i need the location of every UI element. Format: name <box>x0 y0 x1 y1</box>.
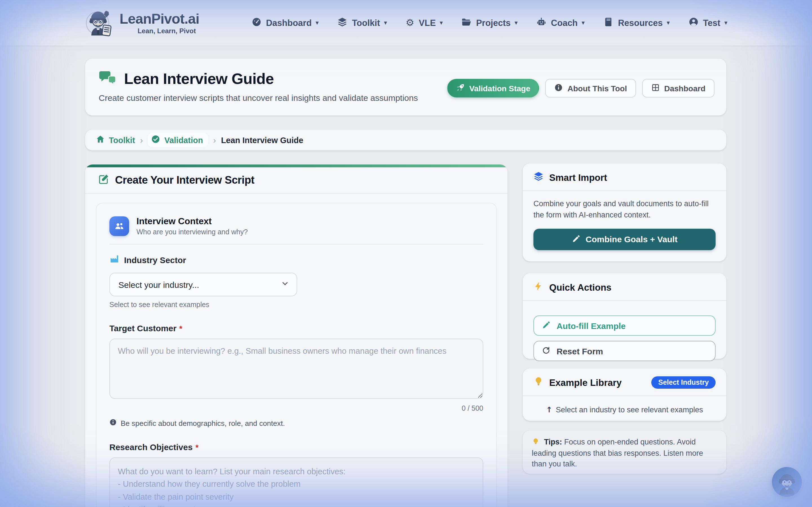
example-library-empty-text: Select an industry to see relevant examp… <box>556 405 703 414</box>
mascot-logo-icon <box>84 6 114 40</box>
validation-stage-badge[interactable]: Validation Stage <box>447 79 539 98</box>
chevron-down-icon: ▾ <box>315 19 319 26</box>
smart-import-card: Smart Import Combine your goals and vaul… <box>523 163 726 262</box>
chevron-down-icon: ▾ <box>384 19 387 26</box>
about-tool-button[interactable]: About This Tool <box>546 79 636 98</box>
quick-actions-title: Quick Actions <box>549 282 716 293</box>
top-navbar: LeanPivot.ai Lean, Learn, Pivot Dashboar… <box>0 0 812 46</box>
tool-header-card: Lean Interview Guide Create customer int… <box>85 59 726 115</box>
section-title: Interview Context <box>137 216 248 226</box>
divider <box>109 244 483 244</box>
pencil-icon <box>542 321 550 331</box>
chat-assistant-button[interactable] <box>772 467 802 497</box>
smart-import-description: Combine your goals and vault documents t… <box>534 198 716 221</box>
home-icon <box>96 135 105 145</box>
interview-script-form-card: Create Your Interview Script Interview C… <box>85 165 507 507</box>
smart-import-title: Smart Import <box>549 172 716 183</box>
industry-helper-text: Select to see relevant examples <box>109 301 483 309</box>
lightbulb-icon <box>534 376 544 389</box>
refresh-icon <box>542 346 550 356</box>
target-customer-counter: 0 / 500 <box>109 404 483 412</box>
robot-icon <box>536 17 546 29</box>
autofill-example-button[interactable]: Auto-fill Example <box>534 316 716 336</box>
layers-icon <box>534 171 544 184</box>
target-customer-label: Target Customer <box>109 323 176 333</box>
research-objectives-input[interactable] <box>109 457 483 507</box>
tips-label: Tips: <box>544 438 562 446</box>
industry-select[interactable]: Select your industry... <box>109 273 297 296</box>
nav-label: VLE <box>419 18 436 28</box>
people-icon <box>109 216 129 236</box>
rocket-icon <box>456 83 465 93</box>
chevron-down-icon: ▾ <box>581 19 585 26</box>
about-button-label: About This Tool <box>567 83 627 93</box>
breadcrumb-toolkit[interactable]: Toolkit <box>96 135 135 145</box>
form-card-title: Create Your Interview Script <box>115 174 254 186</box>
target-customer-helper: Be specific about demographics, role, an… <box>121 419 285 427</box>
nav-label: Toolkit <box>352 18 380 28</box>
nav-item-user-test[interactable]: Test ▾ <box>688 17 727 29</box>
nav-label: Resources <box>618 18 663 28</box>
combine-goals-vault-button[interactable]: Combine Goals + Vault <box>534 228 716 250</box>
chat-bubbles-icon <box>99 70 116 88</box>
dashboard-button[interactable]: Dashboard <box>642 79 714 98</box>
grid-icon <box>651 83 660 93</box>
gauge-icon <box>251 17 261 29</box>
check-circle-icon <box>151 135 160 145</box>
tips-card: Tips: Focus on open-ended questions. Avo… <box>523 431 726 474</box>
breadcrumb: Toolkit › Validation › Lean Interview Gu… <box>85 129 726 151</box>
section-subtitle: Who are you interviewing and why? <box>137 228 248 236</box>
card-accent-bar <box>85 165 507 167</box>
chevron-down-icon: ▾ <box>724 19 727 26</box>
brand-name: LeanPivot.ai <box>119 12 199 26</box>
research-objectives-label: Research Objectives <box>109 442 193 452</box>
nav-label: Coach <box>551 18 578 28</box>
interview-context-panel: Interview Context Who are you interviewi… <box>96 203 497 507</box>
chevron-down-icon: ▾ <box>666 19 670 26</box>
info-icon <box>555 83 563 93</box>
chevron-down-icon: ▾ <box>440 19 443 26</box>
breadcrumb-validation[interactable]: Validation <box>148 133 208 147</box>
main-nav-menu: Dashboard ▾ Toolkit ▾ ⚙ VLE ▾ Projects ▾… <box>251 0 727 46</box>
breadcrumb-separator: › <box>213 135 216 145</box>
book-icon <box>603 17 613 29</box>
nav-label: Test <box>703 18 720 28</box>
nav-label: Dashboard <box>266 18 312 28</box>
reset-form-button[interactable]: Reset Form <box>534 341 716 361</box>
folder-icon <box>462 17 472 29</box>
nav-label: Projects <box>476 18 511 28</box>
mascot-avatar <box>772 489 802 497</box>
nav-item-vle[interactable]: ⚙ VLE ▾ <box>406 18 443 28</box>
breadcrumb-separator: › <box>140 135 143 145</box>
industry-sector-label: Industry Sector <box>124 255 186 265</box>
stage-badge-label: Validation Stage <box>469 83 530 93</box>
arrow-up-icon: ↑ <box>546 405 553 414</box>
dashboard-button-label: Dashboard <box>664 83 705 93</box>
pencil-icon <box>571 234 580 244</box>
nav-item-projects[interactable]: Projects ▾ <box>462 17 518 29</box>
layers-icon <box>337 17 347 29</box>
info-icon <box>109 418 117 428</box>
lightning-bolt-icon <box>534 281 544 293</box>
nav-item-resources[interactable]: Resources ▾ <box>603 17 670 29</box>
reset-button-label: Reset Form <box>557 346 603 356</box>
nav-item-toolkit[interactable]: Toolkit ▾ <box>337 17 387 29</box>
brand-logo[interactable]: LeanPivot.ai Lean, Learn, Pivot <box>84 6 199 40</box>
chevron-down-icon <box>281 279 289 290</box>
brand-tagline: Lean, Learn, Pivot <box>119 27 199 34</box>
autofill-button-label: Auto-fill Example <box>557 321 626 330</box>
required-asterisk: * <box>179 324 183 333</box>
required-asterisk: * <box>195 443 199 452</box>
breadcrumb-current: Lean Interview Guide <box>221 135 303 145</box>
page-subtitle: Create customer interview scripts that u… <box>99 93 418 103</box>
nav-item-dashboard[interactable]: Dashboard ▾ <box>251 17 319 29</box>
app-window: LeanPivot.ai Lean, Learn, Pivot Dashboar… <box>0 0 812 507</box>
nav-item-coach[interactable]: Coach ▾ <box>536 17 585 29</box>
example-library-title: Example Library <box>549 377 646 388</box>
select-industry-badge[interactable]: Select Industry <box>652 376 716 389</box>
quick-actions-card: Quick Actions Auto-fill Example Reset Fo… <box>523 273 726 359</box>
breadcrumb-label: Validation <box>164 135 203 145</box>
lightbulb-icon <box>532 438 542 446</box>
target-customer-input[interactable] <box>109 339 483 399</box>
industry-select-value: Select your industry... <box>118 280 199 289</box>
